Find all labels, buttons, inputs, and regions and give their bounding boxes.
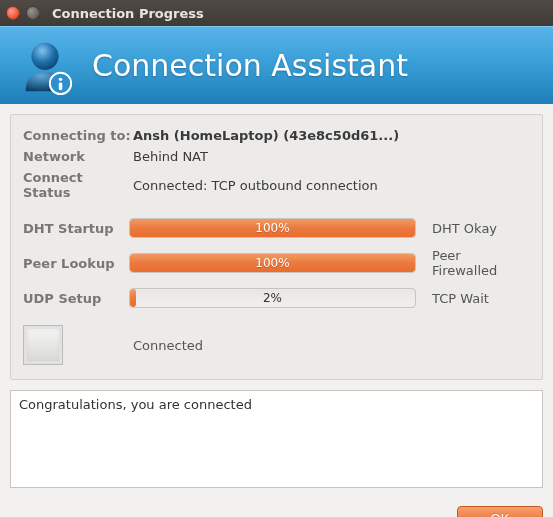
button-row: OK [0, 496, 553, 517]
peer-lookup-label: Peer Lookup [23, 256, 123, 271]
connect-status-value: Connected: TCP outbound connection [133, 178, 378, 193]
network-value: Behind NAT [133, 149, 208, 164]
udp-progress-text: 2% [130, 289, 415, 307]
network-label: Network [23, 149, 133, 164]
message-text: Congratulations, you are connected [19, 397, 252, 412]
status-square-icon [23, 325, 63, 365]
info-row-status: Connect Status Connected: TCP outbound c… [23, 167, 530, 203]
svg-point-0 [31, 42, 58, 69]
progress-section: DHT Startup 100% DHT Okay Peer Lookup 10… [23, 213, 530, 313]
svg-rect-3 [59, 82, 62, 90]
svg-rect-2 [59, 77, 62, 80]
peer-progress-bar: 100% [129, 253, 416, 273]
dht-startup-label: DHT Startup [23, 221, 123, 236]
dht-status: DHT Okay [422, 221, 530, 236]
progress-row-udp: UDP Setup 2% TCP Wait [23, 283, 530, 313]
progress-row-dht: DHT Startup 100% DHT Okay [23, 213, 530, 243]
progress-row-peer: Peer Lookup 100% Peer Firewalled [23, 243, 530, 283]
connect-status-label: Connect Status [23, 170, 133, 200]
info-row-network: Network Behind NAT [23, 146, 530, 167]
udp-setup-label: UDP Setup [23, 291, 123, 306]
info-row-connecting: Connecting to: Ansh (HomeLaptop) (43e8c5… [23, 125, 530, 146]
info-panel: Connecting to: Ansh (HomeLaptop) (43e8c5… [10, 114, 543, 380]
header-banner: Connection Assistant [0, 26, 553, 104]
connected-row: Connected [23, 323, 530, 367]
header-title: Connection Assistant [92, 48, 408, 83]
connected-label: Connected [77, 338, 203, 353]
titlebar: Connection Progress [0, 0, 553, 26]
message-box: Congratulations, you are connected [10, 390, 543, 488]
minimize-icon[interactable] [26, 6, 40, 20]
udp-progress-bar: 2% [129, 288, 416, 308]
connecting-to-value: Ansh (HomeLaptop) (43e8c50d61...) [133, 128, 399, 143]
connecting-to-label: Connecting to: [23, 128, 133, 143]
peer-progress-text: 100% [130, 254, 415, 272]
peer-status: Peer Firewalled [422, 248, 530, 278]
assistant-user-icon [14, 35, 76, 97]
close-icon[interactable] [6, 6, 20, 20]
dht-progress-bar: 100% [129, 218, 416, 238]
content-area: Connecting to: Ansh (HomeLaptop) (43e8c5… [0, 104, 553, 496]
window-title: Connection Progress [52, 6, 204, 21]
udp-status: TCP Wait [422, 291, 530, 306]
dht-progress-text: 100% [130, 219, 415, 237]
ok-button[interactable]: OK [457, 506, 543, 517]
